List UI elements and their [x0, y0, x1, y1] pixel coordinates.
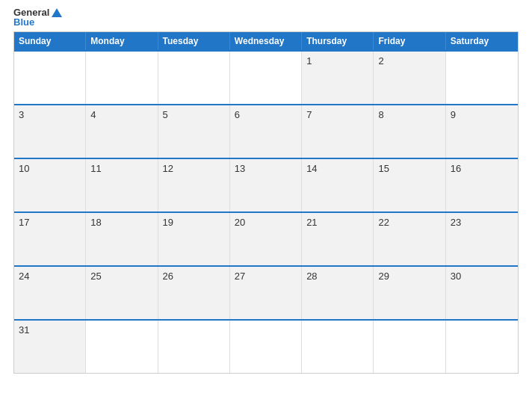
calendar-day-9: 9 [446, 105, 518, 158]
day-number: 24 [19, 271, 29, 282]
calendar-header: SundayMondayTuesdayWednesdayThursdayFrid… [14, 32, 518, 50]
calendar-day-10: 10 [14, 159, 86, 211]
calendar-day-15: 15 [374, 159, 445, 211]
day-header-saturday: Saturday [446, 32, 518, 50]
day-header-tuesday: Tuesday [158, 32, 230, 50]
day-header-monday: Monday [86, 32, 158, 50]
calendar-empty-cell [86, 52, 158, 104]
calendar-day-7: 7 [302, 105, 374, 158]
calendar-day-28: 28 [302, 267, 374, 319]
calendar-day-16: 16 [446, 159, 518, 211]
calendar-empty-cell [374, 321, 445, 373]
day-number: 7 [306, 109, 312, 120]
calendar-day-20: 20 [230, 213, 302, 265]
day-number: 31 [19, 324, 29, 336]
logo-triangle-icon [52, 8, 62, 17]
day-number: 6 [235, 109, 240, 120]
day-number: 27 [235, 271, 245, 282]
calendar-day-26: 26 [158, 267, 230, 319]
calendar-empty-cell [158, 321, 230, 373]
logo: General Blue [13, 7, 62, 28]
calendar-week-2: 3456789 [14, 104, 518, 158]
day-number: 29 [378, 271, 389, 282]
calendar-empty-cell [14, 52, 86, 104]
calendar-day-12: 12 [158, 159, 230, 211]
day-header-thursday: Thursday [302, 32, 374, 50]
day-number: 15 [378, 163, 389, 174]
calendar-day-5: 5 [158, 105, 230, 158]
calendar-week-3: 10111213141516 [14, 158, 518, 211]
day-number: 13 [235, 163, 245, 174]
calendar-day-25: 25 [86, 267, 158, 319]
day-number: 22 [378, 217, 389, 228]
calendar-week-5: 24252627282930 [14, 265, 518, 319]
calendar-body: 1234567891011121314151617181920212223242… [14, 50, 518, 373]
day-header-friday: Friday [374, 32, 445, 50]
day-header-sunday: Sunday [14, 32, 86, 50]
day-number: 28 [306, 271, 317, 282]
day-number: 11 [90, 163, 101, 174]
day-number: 23 [451, 217, 461, 228]
day-number: 9 [451, 109, 456, 120]
calendar-day-2: 2 [374, 52, 445, 104]
day-number: 26 [163, 271, 173, 282]
calendar-week-4: 17181920212223 [14, 211, 518, 265]
calendar-day-13: 13 [230, 159, 302, 211]
calendar-week-6: 31 [14, 319, 518, 373]
day-number: 5 [163, 109, 168, 120]
day-number: 12 [163, 163, 173, 174]
day-number: 25 [90, 271, 101, 282]
day-number: 16 [451, 163, 461, 174]
calendar-empty-cell [446, 321, 518, 373]
day-number: 21 [306, 217, 317, 228]
calendar-day-21: 21 [302, 213, 374, 265]
day-number: 19 [163, 217, 173, 228]
calendar-day-17: 17 [14, 213, 86, 265]
day-number: 17 [19, 217, 29, 228]
calendar-day-30: 30 [446, 267, 518, 319]
day-header-wednesday: Wednesday [230, 32, 302, 50]
day-number: 14 [306, 163, 317, 174]
day-number: 20 [235, 217, 245, 228]
calendar-day-4: 4 [86, 105, 158, 158]
calendar-empty-cell [86, 321, 158, 373]
day-number: 1 [306, 55, 312, 67]
calendar-day-24: 24 [14, 267, 86, 319]
day-number: 10 [19, 163, 29, 174]
day-number: 3 [19, 109, 24, 120]
calendar-day-19: 19 [158, 213, 230, 265]
top-bar: General Blue [13, 7, 519, 28]
calendar-day-14: 14 [302, 159, 374, 211]
calendar: SundayMondayTuesdayWednesdayThursdayFrid… [13, 31, 519, 374]
calendar-empty-cell [302, 321, 374, 373]
calendar-day-8: 8 [374, 105, 445, 158]
calendar-week-1: 12 [14, 50, 518, 104]
calendar-day-29: 29 [374, 267, 445, 319]
calendar-empty-cell [230, 52, 302, 104]
calendar-day-18: 18 [86, 213, 158, 265]
day-number: 4 [90, 109, 96, 120]
day-number: 30 [451, 271, 461, 282]
calendar-day-6: 6 [230, 105, 302, 158]
day-number: 18 [90, 217, 101, 228]
calendar-day-23: 23 [446, 213, 518, 265]
calendar-day-27: 27 [230, 267, 302, 319]
day-number: 2 [378, 55, 383, 67]
calendar-day-3: 3 [14, 105, 86, 158]
day-number: 8 [378, 109, 383, 120]
calendar-empty-cell [158, 52, 230, 104]
logo-blue-text: Blue [13, 17, 62, 28]
calendar-day-22: 22 [374, 213, 445, 265]
calendar-day-11: 11 [86, 159, 158, 211]
calendar-empty-cell [230, 321, 302, 373]
calendar-empty-cell [446, 52, 518, 104]
calendar-day-31: 31 [14, 321, 86, 373]
calendar-day-1: 1 [302, 52, 374, 104]
